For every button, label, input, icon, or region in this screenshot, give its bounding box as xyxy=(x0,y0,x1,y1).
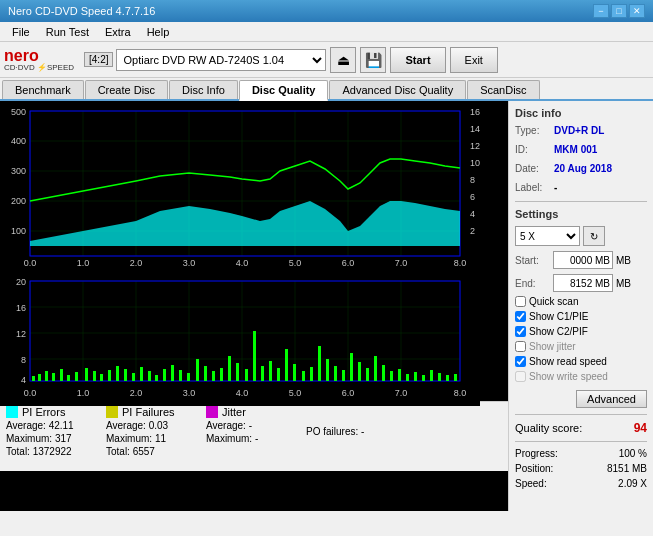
end-row: End: MB xyxy=(515,274,647,292)
svg-text:4: 4 xyxy=(470,209,475,219)
speed-label: Speed: xyxy=(515,478,547,489)
svg-rect-56 xyxy=(32,376,35,381)
svg-text:2.0: 2.0 xyxy=(130,258,143,268)
save-button[interactable]: 💾 xyxy=(360,47,386,73)
pi-failures-max: Maximum: 11 xyxy=(106,433,196,444)
svg-rect-89 xyxy=(293,364,296,381)
svg-rect-99 xyxy=(374,356,377,381)
svg-rect-100 xyxy=(382,365,385,381)
refresh-button[interactable]: ↻ xyxy=(583,226,605,246)
tab-disc-quality[interactable]: Disc Quality xyxy=(239,80,329,101)
start-mb: MB xyxy=(616,255,631,266)
tab-scandisc[interactable]: ScanDisc xyxy=(467,80,539,99)
svg-rect-94 xyxy=(334,366,337,381)
show-write-speed-label: Show write speed xyxy=(529,371,608,382)
svg-text:12: 12 xyxy=(470,141,480,151)
svg-text:4.0: 4.0 xyxy=(236,258,249,268)
pi-errors-max: Maximum: 317 xyxy=(6,433,96,444)
svg-rect-77 xyxy=(196,359,199,381)
svg-rect-86 xyxy=(269,361,272,381)
advanced-button[interactable]: Advanced xyxy=(576,390,647,408)
svg-text:6.0: 6.0 xyxy=(342,258,355,268)
svg-rect-107 xyxy=(438,373,441,381)
menu-run-test[interactable]: Run Test xyxy=(38,24,97,40)
disc-label-label: Label: xyxy=(515,180,550,195)
start-label: Start: xyxy=(515,255,550,266)
show-read-speed-checkbox[interactable] xyxy=(515,356,526,367)
start-button[interactable]: Start xyxy=(390,47,445,73)
disc-type-value: DVD+R DL xyxy=(554,123,604,138)
pi-errors-stats: PI Errors Average: 42.11 Maximum: 317 To… xyxy=(6,406,96,467)
disc-label-value: - xyxy=(554,180,557,195)
quality-row: Quality score: 94 xyxy=(515,421,647,435)
svg-rect-78 xyxy=(204,366,207,381)
svg-text:6.0: 6.0 xyxy=(342,388,355,398)
disc-id-value: MKM 001 xyxy=(554,142,597,157)
bottom-chart-svg: 20 16 12 8 4 0.0 1.0 2.0 3.0 4.0 5.0 6.0… xyxy=(0,271,480,406)
pi-failures-avg: Average: 0.03 xyxy=(106,420,196,431)
svg-rect-65 xyxy=(100,374,103,381)
svg-rect-80 xyxy=(220,368,223,381)
svg-text:4.0: 4.0 xyxy=(236,388,249,398)
quick-scan-checkbox[interactable] xyxy=(515,296,526,307)
svg-rect-105 xyxy=(422,375,425,381)
disc-date-value: 20 Aug 2018 xyxy=(554,161,612,176)
svg-text:4: 4 xyxy=(21,375,26,385)
speed-value: 2.09 X xyxy=(618,478,647,489)
minimize-button[interactable]: − xyxy=(593,4,609,18)
tab-disc-info[interactable]: Disc Info xyxy=(169,80,238,99)
svg-rect-57 xyxy=(38,374,41,381)
show-write-speed-checkbox[interactable] xyxy=(515,371,526,382)
svg-text:200: 200 xyxy=(11,196,26,206)
top-chart: 500 400 300 200 100 16 14 12 10 8 6 4 2 … xyxy=(0,101,508,271)
jitter-label: Jitter xyxy=(222,406,246,418)
disc-type-row: Type: DVD+R DL xyxy=(515,123,647,138)
eject-button[interactable]: ⏏ xyxy=(330,47,356,73)
svg-text:10: 10 xyxy=(470,158,480,168)
svg-text:5.0: 5.0 xyxy=(289,258,302,268)
speed-dropdown[interactable]: 5 X xyxy=(515,226,580,246)
close-button[interactable]: ✕ xyxy=(629,4,645,18)
menu-file[interactable]: File xyxy=(4,24,38,40)
progress-label: Progress: xyxy=(515,448,558,459)
title-bar: Nero CD-DVD Speed 4.7.7.16 − □ ✕ xyxy=(0,0,653,22)
start-input[interactable] xyxy=(553,251,613,269)
pi-failures-total: Total: 6557 xyxy=(106,446,196,457)
bottom-chart: 20 16 12 8 4 0.0 1.0 2.0 3.0 4.0 5.0 6.0… xyxy=(0,271,508,401)
end-input[interactable] xyxy=(553,274,613,292)
settings-section: Settings xyxy=(515,208,647,220)
pi-errors-legend: PI Errors xyxy=(6,406,96,418)
disc-label-row: Label: - xyxy=(515,180,647,195)
svg-rect-40 xyxy=(0,271,480,406)
menu-extra[interactable]: Extra xyxy=(97,24,139,40)
svg-text:0.0: 0.0 xyxy=(24,258,37,268)
disc-type-label: Type: xyxy=(515,123,550,138)
disc-id-label: ID: xyxy=(515,142,550,157)
show-c1-checkbox[interactable] xyxy=(515,311,526,322)
disc-id-row: ID: MKM 001 xyxy=(515,142,647,157)
tab-advanced-disc-quality[interactable]: Advanced Disc Quality xyxy=(329,80,466,99)
svg-rect-72 xyxy=(155,375,158,381)
svg-text:500: 500 xyxy=(11,107,26,117)
tab-bar: Benchmark Create Disc Disc Info Disc Qua… xyxy=(0,78,653,101)
speed-row: 5 X ↻ xyxy=(515,226,647,246)
drive-dropdown[interactable]: Optiarc DVD RW AD-7240S 1.04 xyxy=(116,49,326,71)
tab-create-disc[interactable]: Create Disc xyxy=(85,80,168,99)
menu-help[interactable]: Help xyxy=(139,24,178,40)
svg-rect-60 xyxy=(60,369,63,381)
exit-button[interactable]: Exit xyxy=(450,47,498,73)
svg-rect-64 xyxy=(93,371,96,381)
jitter-legend: Jitter xyxy=(206,406,296,418)
svg-text:6: 6 xyxy=(470,192,475,202)
svg-text:2: 2 xyxy=(470,226,475,236)
svg-rect-109 xyxy=(454,374,457,381)
maximize-button[interactable]: □ xyxy=(611,4,627,18)
pi-errors-avg: Average: 42.11 xyxy=(6,420,96,431)
show-c2-checkbox[interactable] xyxy=(515,326,526,337)
pi-failures-color xyxy=(106,406,118,418)
show-jitter-checkbox[interactable] xyxy=(515,341,526,352)
show-jitter-row: Show jitter xyxy=(515,341,647,352)
start-row: Start: MB xyxy=(515,251,647,269)
tab-benchmark[interactable]: Benchmark xyxy=(2,80,84,99)
jitter-max: Maximum: - xyxy=(206,433,296,444)
